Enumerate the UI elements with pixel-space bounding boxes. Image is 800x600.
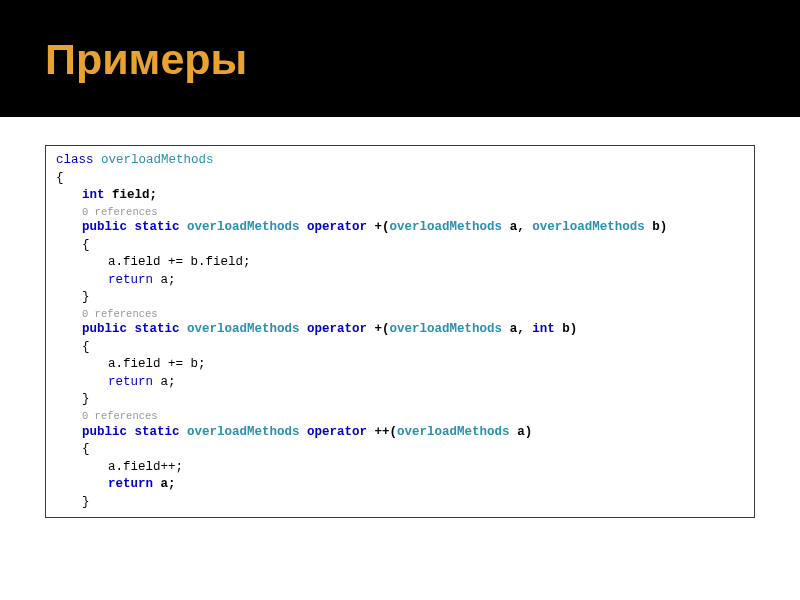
type-name: overloadMethods xyxy=(390,220,503,234)
slide-header: Примеры xyxy=(0,0,800,115)
keyword-operator: operator xyxy=(300,322,375,336)
code-text: ++( xyxy=(375,425,398,439)
code-line: public static overloadMethods operator +… xyxy=(56,424,744,442)
type-name: overloadMethods xyxy=(187,220,300,234)
code-line: a.field += b; xyxy=(56,356,744,374)
references-label: 0 references xyxy=(56,205,744,220)
code-line: int field; xyxy=(56,187,744,205)
keyword-public-static: public static xyxy=(82,322,187,336)
code-line: { xyxy=(56,170,744,188)
keyword-operator: operator xyxy=(300,425,375,439)
code-line: { xyxy=(56,237,744,255)
code-line: return a; xyxy=(56,272,744,290)
code-text: a) xyxy=(510,425,533,439)
code-line: } xyxy=(56,391,744,409)
code-line: return a; xyxy=(56,374,744,392)
keyword-public-static: public static xyxy=(82,425,187,439)
code-text: a; xyxy=(153,375,176,389)
keyword-int: int xyxy=(82,188,105,202)
code-text: a; xyxy=(153,477,176,491)
keyword-return: return xyxy=(108,477,153,491)
code-line: public static overloadMethods operator +… xyxy=(56,321,744,339)
code-line: public static overloadMethods operator +… xyxy=(56,219,744,237)
code-text: field; xyxy=(105,188,158,202)
code-line: class overloadMethods xyxy=(56,152,744,170)
slide-title: Примеры xyxy=(45,35,800,84)
code-block: class overloadMethods { int field; 0 ref… xyxy=(45,145,755,518)
code-text: +( xyxy=(375,322,390,336)
code-line: { xyxy=(56,339,744,357)
type-name: overloadMethods xyxy=(397,425,510,439)
code-line: } xyxy=(56,289,744,307)
code-text: b) xyxy=(555,322,578,336)
slide-content: class overloadMethods { int field; 0 ref… xyxy=(0,117,800,528)
type-name: overloadMethods xyxy=(390,322,503,336)
code-text: a, xyxy=(502,220,532,234)
references-label: 0 references xyxy=(56,307,744,322)
type-name: overloadMethods xyxy=(187,425,300,439)
code-text: a, xyxy=(502,322,532,336)
type-name: overloadMethods xyxy=(187,322,300,336)
keyword-return: return xyxy=(108,375,153,389)
code-line: return a; xyxy=(56,476,744,494)
keyword-operator: operator xyxy=(300,220,375,234)
code-line: { xyxy=(56,441,744,459)
code-text: a; xyxy=(153,273,176,287)
type-name: overloadMethods xyxy=(94,153,214,167)
keyword-return: return xyxy=(108,273,153,287)
keyword-public-static: public static xyxy=(82,220,187,234)
keyword-class: class xyxy=(56,153,94,167)
code-line: } xyxy=(56,494,744,512)
code-line: a.field += b.field; xyxy=(56,254,744,272)
code-text: +( xyxy=(375,220,390,234)
slide: Примеры class overloadMethods { int fiel… xyxy=(0,0,800,600)
keyword-int: int xyxy=(532,322,555,336)
type-name: overloadMethods xyxy=(532,220,645,234)
references-label: 0 references xyxy=(56,409,744,424)
code-text: b) xyxy=(645,220,668,234)
code-line: a.field++; xyxy=(56,459,744,477)
